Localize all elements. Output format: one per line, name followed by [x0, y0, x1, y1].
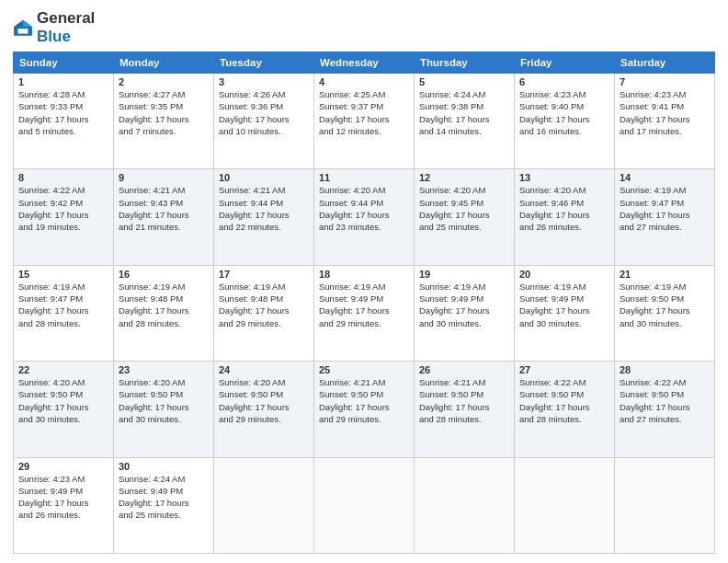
daylight-minutes: and 28 minutes.	[419, 414, 482, 424]
day-info: Sunrise: 4:21 AM Sunset: 9:43 PM Dayligh…	[119, 184, 209, 233]
day-info: Sunrise: 4:19 AM Sunset: 9:49 PM Dayligh…	[419, 281, 509, 329]
daylight-minutes: and 28 minutes.	[18, 318, 81, 328]
calendar-table: SundayMondayTuesdayWednesdayThursdayFrid…	[13, 52, 715, 554]
day-number: 24	[219, 364, 309, 375]
daylight-label: Daylight: 17 hours	[119, 114, 189, 124]
daylight-minutes: and 23 minutes.	[319, 222, 381, 232]
week-row-2: 8 Sunrise: 4:22 AM Sunset: 9:42 PM Dayli…	[14, 169, 715, 265]
sunrise-label: Sunrise: 4:19 AM	[219, 282, 285, 292]
day-cell: 4 Sunrise: 4:25 AM Sunset: 9:37 PM Dayli…	[314, 74, 415, 169]
day-cell: 24 Sunrise: 4:20 AM Sunset: 9:50 PM Dayl…	[214, 362, 314, 457]
sunrise-label: Sunrise: 4:20 AM	[219, 377, 285, 387]
sunset-label: Sunset: 9:46 PM	[519, 198, 584, 208]
day-cell: 2 Sunrise: 4:27 AM Sunset: 9:35 PM Dayli…	[114, 74, 214, 169]
daylight-minutes: and 26 minutes.	[18, 510, 81, 520]
sunrise-label: Sunrise: 4:22 AM	[620, 377, 686, 387]
daylight-label: Daylight: 17 hours	[219, 305, 290, 316]
day-number: 5	[419, 76, 509, 87]
sunrise-label: Sunrise: 4:23 AM	[620, 89, 686, 99]
col-header-wednesday: Wednesday	[314, 52, 415, 74]
sunrise-label: Sunrise: 4:28 AM	[18, 89, 85, 99]
col-header-thursday: Thursday	[415, 52, 515, 74]
daylight-minutes: and 7 minutes.	[119, 126, 176, 136]
daylight-label: Daylight: 17 hours	[519, 305, 590, 316]
daylight-label: Daylight: 17 hours	[319, 210, 390, 220]
sunset-label: Sunset: 9:45 PM	[419, 198, 483, 208]
page: General Blue SundayMondayTuesdayWednesda…	[0, 0, 728, 563]
day-number: 11	[319, 172, 409, 183]
day-info: Sunrise: 4:25 AM Sunset: 9:37 PM Dayligh…	[319, 88, 409, 137]
sunset-label: Sunset: 9:49 PM	[519, 293, 584, 304]
sunrise-label: Sunrise: 4:21 AM	[119, 185, 185, 195]
day-info: Sunrise: 4:28 AM Sunset: 9:33 PM Dayligh…	[18, 88, 108, 137]
day-cell	[415, 457, 515, 553]
daylight-minutes: and 5 minutes.	[18, 126, 75, 136]
daylight-minutes: and 28 minutes.	[519, 414, 582, 424]
daylight-label: Daylight: 17 hours	[319, 305, 390, 316]
day-cell: 27 Sunrise: 4:22 AM Sunset: 9:50 PM Dayl…	[515, 362, 615, 457]
calendar-header-row: SundayMondayTuesdayWednesdayThursdayFrid…	[14, 52, 715, 74]
daylight-minutes: and 26 minutes.	[519, 222, 582, 232]
day-cell: 13 Sunrise: 4:20 AM Sunset: 9:46 PM Dayl…	[515, 169, 615, 265]
day-cell: 7 Sunrise: 4:23 AM Sunset: 9:41 PM Dayli…	[615, 74, 715, 169]
day-number: 17	[219, 269, 309, 280]
day-info: Sunrise: 4:19 AM Sunset: 9:48 PM Dayligh…	[219, 281, 309, 329]
day-number: 8	[18, 172, 108, 183]
sunrise-label: Sunrise: 4:24 AM	[119, 474, 185, 484]
day-cell: 11 Sunrise: 4:20 AM Sunset: 9:44 PM Dayl…	[314, 169, 415, 265]
daylight-label: Daylight: 17 hours	[620, 210, 690, 220]
day-number: 10	[219, 172, 309, 183]
sunset-label: Sunset: 9:37 PM	[319, 101, 383, 111]
sunrise-label: Sunrise: 4:22 AM	[519, 377, 586, 387]
sunset-label: Sunset: 9:44 PM	[319, 198, 383, 208]
day-info: Sunrise: 4:20 AM Sunset: 9:50 PM Dayligh…	[219, 376, 309, 425]
day-number: 3	[219, 76, 309, 87]
sunset-label: Sunset: 9:36 PM	[219, 101, 283, 111]
sunset-label: Sunset: 9:50 PM	[219, 389, 283, 399]
day-number: 22	[18, 364, 108, 375]
day-cell: 22 Sunrise: 4:20 AM Sunset: 9:50 PM Dayl…	[14, 362, 114, 457]
day-info: Sunrise: 4:20 AM Sunset: 9:50 PM Dayligh…	[119, 376, 209, 425]
sunrise-label: Sunrise: 4:19 AM	[620, 282, 686, 292]
day-info: Sunrise: 4:22 AM Sunset: 9:50 PM Dayligh…	[519, 376, 609, 425]
logo-text: General Blue	[37, 9, 95, 46]
day-cell: 19 Sunrise: 4:19 AM Sunset: 9:49 PM Dayl…	[415, 265, 515, 361]
daylight-label: Daylight: 17 hours	[18, 305, 89, 316]
daylight-label: Daylight: 17 hours	[18, 498, 89, 508]
sunset-label: Sunset: 9:44 PM	[219, 198, 283, 208]
svg-rect-2	[18, 29, 28, 33]
sunrise-label: Sunrise: 4:19 AM	[18, 282, 85, 292]
day-cell: 9 Sunrise: 4:21 AM Sunset: 9:43 PM Dayli…	[114, 169, 214, 265]
daylight-minutes: and 28 minutes.	[119, 318, 181, 328]
daylight-minutes: and 22 minutes.	[219, 222, 281, 232]
sunset-label: Sunset: 9:49 PM	[119, 486, 183, 496]
sunrise-label: Sunrise: 4:21 AM	[419, 377, 485, 387]
day-cell: 26 Sunrise: 4:21 AM Sunset: 9:50 PM Dayl…	[415, 362, 515, 457]
daylight-minutes: and 30 minutes.	[419, 318, 482, 328]
daylight-minutes: and 30 minutes.	[620, 318, 682, 328]
daylight-minutes: and 29 minutes.	[319, 414, 381, 424]
sunrise-label: Sunrise: 4:25 AM	[319, 89, 385, 99]
daylight-minutes: and 12 minutes.	[319, 126, 381, 136]
daylight-minutes: and 25 minutes.	[119, 510, 181, 520]
day-number: 9	[119, 172, 209, 183]
sunrise-label: Sunrise: 4:19 AM	[119, 282, 185, 292]
day-info: Sunrise: 4:19 AM Sunset: 9:49 PM Dayligh…	[319, 281, 409, 329]
day-info: Sunrise: 4:19 AM Sunset: 9:49 PM Dayligh…	[519, 281, 609, 329]
day-cell: 12 Sunrise: 4:20 AM Sunset: 9:45 PM Dayl…	[415, 169, 515, 265]
day-cell	[615, 457, 715, 553]
daylight-minutes: and 16 minutes.	[519, 126, 582, 136]
daylight-minutes: and 19 minutes.	[18, 222, 81, 232]
daylight-label: Daylight: 17 hours	[18, 210, 89, 220]
sunrise-label: Sunrise: 4:20 AM	[18, 377, 85, 387]
col-header-saturday: Saturday	[615, 52, 715, 74]
daylight-label: Daylight: 17 hours	[419, 305, 490, 316]
day-cell: 17 Sunrise: 4:19 AM Sunset: 9:48 PM Dayl…	[214, 265, 314, 361]
day-cell: 21 Sunrise: 4:19 AM Sunset: 9:50 PM Dayl…	[615, 265, 715, 361]
day-cell: 30 Sunrise: 4:24 AM Sunset: 9:49 PM Dayl…	[114, 457, 214, 553]
sunset-label: Sunset: 9:50 PM	[620, 293, 684, 304]
day-number: 14	[620, 172, 710, 183]
day-number: 6	[519, 76, 609, 87]
day-cell: 5 Sunrise: 4:24 AM Sunset: 9:38 PM Dayli…	[415, 74, 515, 169]
daylight-label: Daylight: 17 hours	[219, 402, 290, 412]
